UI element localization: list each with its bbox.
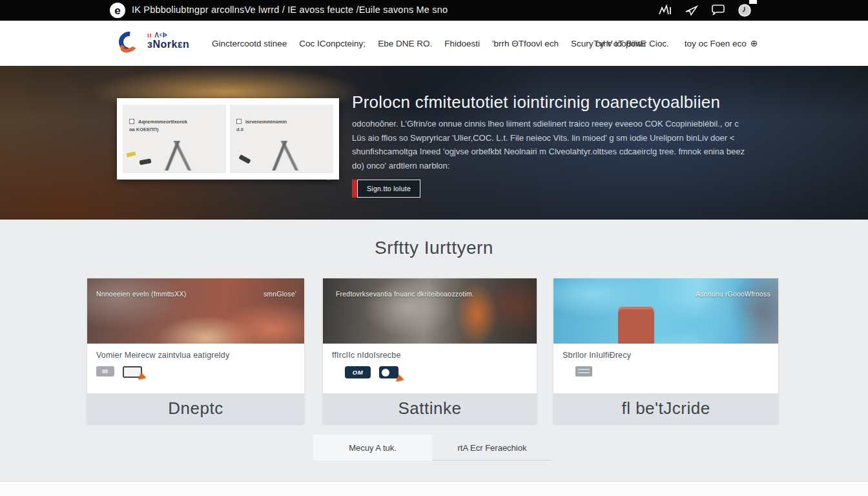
logo-name: ɜNorkεn — [147, 39, 189, 50]
brochure-left: Aqnemmmeorttxorok αa KOΕΕΠΠ) — [123, 105, 226, 173]
site-logo[interactable]: ıı ΛᶜÞ ɜNorkεn — [119, 32, 189, 55]
topbar-icon-group — [657, 3, 752, 17]
brochure-right: isrvenemminomin d.il — [230, 105, 333, 173]
chat-icon[interactable] — [710, 3, 726, 17]
card-2-body: ffIrcIIc nIdoIsrecbe OM — [323, 344, 537, 393]
card-3-body: Sbrllor InIulfiÐrecy — [553, 344, 778, 393]
checkbox-icon — [129, 119, 134, 124]
card-1-overlay-right: smnGlose' — [264, 290, 296, 298]
hero-banner: Aqnemmmeorttxorok αa KOΕΕΠΠ) isrvenemmin… — [0, 66, 868, 220]
nav-item-4[interactable]: 'brrh ΘTfoovl ech — [492, 39, 559, 48]
logo-swoosh-icon — [119, 32, 142, 55]
card-1-body-text: Vomier Meirecw zaintvlua eatigreldy — [96, 351, 295, 360]
cursor-icon — [138, 373, 147, 382]
nav-menu: Ginctercootd stinee Coc IConpcteiny; Ebe… — [212, 21, 646, 66]
card-1-icon-row — [96, 366, 295, 378]
hero-paragraph-line-4: do) onco' ardtlern narblon: — [352, 159, 730, 173]
nav-item-1[interactable]: Coc IConpcteiny; — [299, 39, 366, 48]
nav-right-item-1-label: toy oc Foen eco — [685, 39, 747, 48]
om-button-icon: OM — [345, 366, 371, 378]
card-3-title[interactable]: fl be'tJcride — [553, 393, 778, 424]
logo-text: ıı ΛᶜÞ ɜNorkεn — [147, 32, 189, 50]
brochure-right-label1: isrvenemminomin — [245, 119, 328, 125]
hero-brochure-card: Aqnemmmeorttxorok αa KOΕΕΠΠ) isrvenemmin… — [117, 98, 339, 180]
tab-0[interactable]: Mecuy A tuk. — [313, 435, 432, 460]
card-3-overlay: Asnnunu rGoooWfrnoss — [696, 290, 770, 298]
tab-1[interactable]: rtA Ecr Feraechiok — [432, 435, 552, 460]
brand-circle-logo-icon[interactable]: e — [110, 3, 125, 18]
safety-section: Srftty Iurttyern Nnnoeeien eveln (fmmtts… — [0, 220, 868, 481]
brochure-left-label1: Aqnemmmeorttxorok — [138, 119, 221, 125]
card-1-title[interactable]: Dneptc — [87, 393, 304, 424]
card-2-body-text: ffIrcIIc nIdoIsrecbe — [332, 351, 528, 360]
hero-paragraph-line-3: shunfishcamoltga Ineed 'ogjvse orbefkbt … — [352, 145, 730, 159]
avatar-icon[interactable] — [737, 3, 752, 17]
hero-heading: Prolocn cfmiteutotiet iointircinig roane… — [352, 92, 714, 112]
card-3-body-text: Sbrllor InIulfiÐrecy — [563, 351, 769, 360]
feature-card-1[interactable]: Nnnoeeien eveln (fmmttsXX) smnGlose' Vom… — [87, 278, 304, 424]
nav-item-0[interactable]: Ginctercootd stinee — [212, 39, 287, 48]
card-3-image: Asnnunu rGoooWfrnoss — [553, 278, 778, 344]
globe-icon[interactable]: ⊕ — [750, 38, 758, 48]
signal-icon[interactable] — [657, 3, 673, 17]
logo-tagline-blue: ΛᶜÞ — [154, 32, 167, 39]
bottom-tab-bar: Mecuy A tuk. rtA Ecr Feraechiok — [313, 435, 552, 460]
logo-tagline-red: ıı — [147, 32, 152, 39]
cta-red-accent — [352, 180, 357, 198]
card-2-image: Fredtovrksevantia fnuanc dkriteiboaozzot… — [323, 278, 537, 344]
top-utility-bar: e IK Pbbboliubtngpr arcollnsVe lwrrd / I… — [0, 0, 868, 21]
brochure-sketch — [234, 141, 329, 170]
printer-icon — [575, 366, 592, 377]
card-1-overlay-left: Nnnoeeien eveln (fmmttsXX) — [96, 290, 186, 298]
hero-paragraph-line-1: odcohoõner. L'Gfrin/ce onnue cinnis lheo… — [352, 117, 730, 131]
hero-paragraph-line-2: Lüs aio ffios so Swpryricar 'Ulier,COC. … — [352, 131, 730, 145]
footer-strip — [0, 481, 868, 496]
card-2-title[interactable]: Sattinke — [323, 393, 537, 424]
card-1-image: Nnnoeeien eveln (fmmttsXX) smnGlose' — [87, 278, 304, 344]
section-heading: Srftty Iurttyern — [0, 238, 868, 258]
toggle-cursor-icon — [379, 366, 398, 378]
badge-icon — [96, 366, 114, 377]
card-3-icon-row — [575, 366, 769, 377]
send-icon[interactable] — [684, 3, 699, 17]
nav-right-group: Tvhr oT powir Cioc. toy oc Foen eco⊕ — [594, 21, 758, 66]
nav-item-2[interactable]: Ebe DNE RO. — [378, 39, 432, 48]
nav-item-3[interactable]: Fhidoesti — [444, 39, 480, 48]
nav-right-item-0[interactable]: Tvhr oT powir Cioc. — [594, 39, 669, 48]
feature-card-3[interactable]: Asnnunu rGoooWfrnoss Sbrllor InIulfiÐrec… — [553, 278, 778, 424]
brochure-right-label2: d.il — [236, 127, 328, 132]
topbar-brand-text: IK Pbbboliubtngpr arcollnsVe lwrrd / IE … — [132, 5, 448, 15]
brochure-sketch — [127, 141, 222, 170]
cta-button-label: Sign.tto lolute — [357, 180, 420, 198]
hero-cta-button[interactable]: Sign.tto lolute — [352, 180, 420, 198]
checkbox-icon — [236, 119, 242, 124]
card-2-overlay: Fredtovrksevantia fnuanc dkriteiboaozzot… — [336, 290, 474, 298]
page: e IK Pbbboliubtngpr arcollnsVe lwrrd / I… — [0, 0, 868, 496]
nav-right-item-1[interactable]: toy oc Foen eco⊕ — [685, 38, 758, 48]
red-cylinder-graphic — [618, 307, 654, 344]
hero-paragraph: odcohoõner. L'Gfrin/ce onnue cinnis lheo… — [352, 117, 730, 172]
brochure-left-label2: αa KOΕΕΠΠ) — [129, 127, 221, 132]
topbar-notch — [749, 0, 757, 4]
cursor-icon — [396, 375, 405, 384]
feature-card-2[interactable]: Fredtovrksevantia fnuanc dkriteiboaozzot… — [323, 278, 537, 424]
laptop-cursor-icon — [123, 366, 142, 378]
card-2-icon-row: OM — [345, 366, 528, 378]
card-1-body: Vomier Meirecw zaintvlua eatigreldy — [87, 344, 304, 393]
main-navigation: ıı ΛᶜÞ ɜNorkεn Ginctercootd stinee Coc I… — [0, 21, 868, 66]
